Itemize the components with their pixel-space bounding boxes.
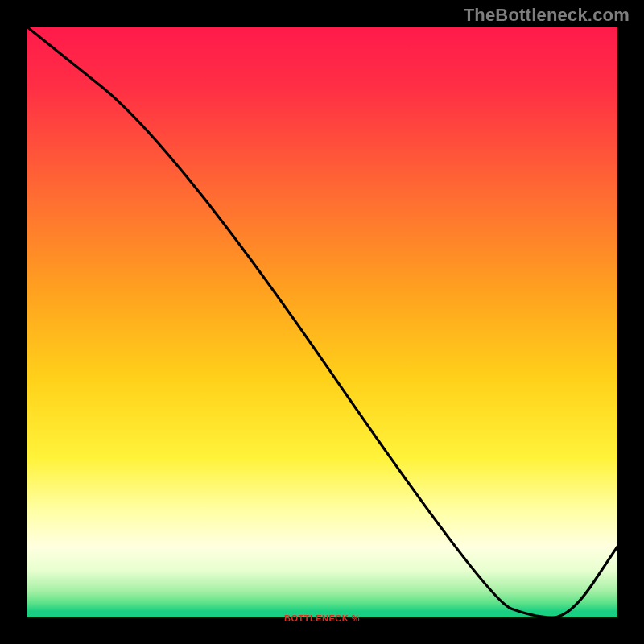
gradient-background [27,27,617,617]
chart-stage: TheBottleneck.com BOTTLENECK % [0,0,644,644]
watermark-text: TheBottleneck.com [464,5,630,26]
chart-svg [27,27,617,617]
plot-area [27,27,617,617]
bottom-label: BOTTLENECK % [0,613,644,623]
